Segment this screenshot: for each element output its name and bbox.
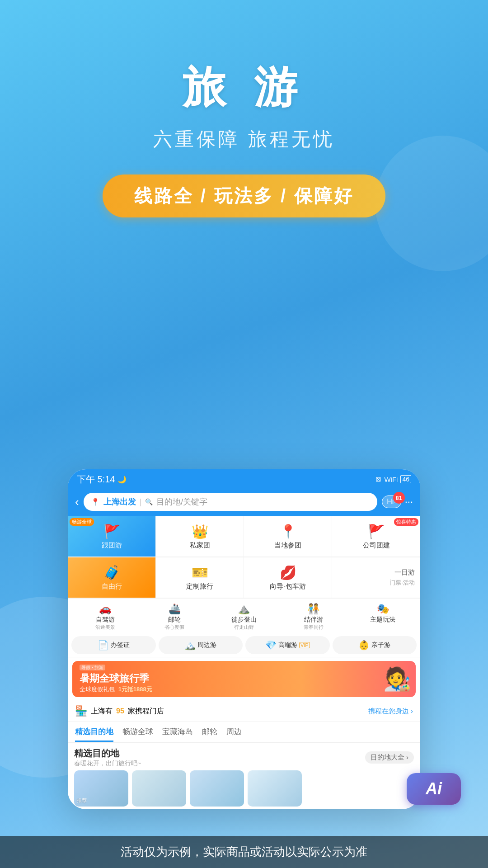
small-item-cruise[interactable]: 🚢 邮轮 省心度假 <box>141 603 209 631</box>
wifi-icon: WiFi <box>384 476 398 483</box>
grid-item-day-tour[interactable]: 一日游 门票·活动 <box>332 557 420 598</box>
grid-item-guide-tour[interactable]: 💋 向导·包车游 <box>244 557 332 598</box>
dest-card-4[interactable] <box>248 770 302 807</box>
small-sub-cruise: 省心度假 <box>164 624 184 631</box>
tab-cruise[interactable]: 邮轮 <box>202 726 217 742</box>
quick-link-family[interactable]: 👶 亲子游 <box>333 636 417 654</box>
dest-card-1[interactable]: 推荐 <box>74 770 128 807</box>
badge-惊喜特惠: 惊喜特惠 <box>394 518 418 526</box>
grid-label-guide-tour: 向导·包车游 <box>270 582 305 591</box>
dest-cards: 推荐 <box>74 770 414 807</box>
dest-header: 精选目的地 春暖花开，出门旅行吧~ 目的地大全 › <box>74 747 414 768</box>
dest-title: 精选目的地 <box>74 747 141 760</box>
notification-badge: 81 <box>393 492 405 504</box>
dest-subtitle: 春暖花开，出门旅行吧~ <box>74 760 141 768</box>
back-button[interactable]: ‹ <box>75 495 79 509</box>
quick-link-visa-label: 办签证 <box>111 641 130 649</box>
dest-card-3[interactable] <box>190 770 244 807</box>
promo-banner[interactable]: 暑假 • 旅游 暑期全球旅行季 全球度假礼包 1元抵1888元 🧑‍🎨 <box>72 661 416 697</box>
grid-label-free-tour: 自由行 <box>102 582 122 591</box>
dest-card-2[interactable] <box>132 770 186 807</box>
more-icon[interactable]: ··· <box>405 496 413 508</box>
disclaimer: 活动仅为示例，实际商品或活动以实际公示为准 <box>0 836 488 868</box>
grid-item-custom-tour[interactable]: 🎫 定制旅行 <box>156 557 244 598</box>
hero-badge[interactable]: 线路全 / 玩法多 / 保障好 <box>103 175 386 217</box>
small-item-self-drive[interactable]: 🚗 自驾游 沿途美景 <box>71 603 139 631</box>
search-input-area[interactable]: 📍 上海出发 | 🔍 目的地/关键字 <box>84 493 378 511</box>
phone-mockup: 下午 5:14 🌙 ⊠ WiFi 46 ‹ 📍 上海出发 | 🔍 目的地/关键字… <box>68 469 420 809</box>
small-items-grid: 🚗 自驾游 沿途美景 🚢 邮轮 省心度假 ⛰️ 徒步登山 行走山野 🧑‍🤝‍🧑 … <box>68 599 420 633</box>
grid-label-private-tour: 私家团 <box>190 541 210 550</box>
grid-item-private-tour[interactable]: 👑 私家团 <box>156 516 244 557</box>
small-label-cruise: 邮轮 <box>168 616 181 624</box>
quick-links: 📄 办签证 🏔️ 周边游 💎 高端游 VIP 👶 亲子游 <box>68 633 420 657</box>
store-icon: 🏪 <box>75 705 87 717</box>
grid-label-company-tour: 公司团建 <box>363 541 390 550</box>
search-dest: 目的地/关键字 <box>156 496 207 507</box>
grid-item-local-tour[interactable]: 📍 当地参团 <box>244 516 332 557</box>
store-prefix: 上海有 <box>91 707 113 716</box>
hero-title: 旅 游 <box>0 59 488 118</box>
quick-link-luxury-label: 高端游 <box>278 641 297 649</box>
tab-island[interactable]: 宝藏海岛 <box>162 726 193 742</box>
badge-畅游全球: 畅游全球 <box>70 518 94 526</box>
tabs-row: 精选目的地 畅游全球 宝藏海岛 邮轮 周边 <box>68 722 420 743</box>
grid-label-ticket: 门票·活动 <box>389 579 415 587</box>
small-label-hiking: 徒步登山 <box>231 616 257 624</box>
grid-label-day-tour: 一日游 <box>389 568 415 577</box>
hero-section: 旅 游 六重保障 旅程无忧 线路全 / 玩法多 / 保障好 <box>0 0 488 217</box>
quick-link-luxury[interactable]: 💎 高端游 VIP <box>245 636 330 654</box>
dest-link[interactable]: 目的地大全 › <box>365 751 414 764</box>
quick-link-family-label: 亲子游 <box>371 641 390 649</box>
store-count: 95 <box>116 707 124 715</box>
small-item-theme[interactable]: 🎭 主题玩法 <box>349 603 417 631</box>
banner-tags: 暑假 • 旅游 <box>80 665 105 670</box>
small-sub-partner-tour: 青春同行 <box>304 624 324 631</box>
small-sub-self-drive: 沿途美景 <box>95 624 115 631</box>
quick-link-nearby[interactable]: 🏔️ 周边游 <box>159 636 243 654</box>
banner-sub: 全球度假礼包 1元抵1888元 <box>80 685 152 693</box>
quick-link-visa[interactable]: 📄 办签证 <box>71 636 156 654</box>
vip-label: VIP <box>299 642 310 648</box>
small-item-partner-tour[interactable]: 🧑‍🤝‍🧑 结伴游 青春同行 <box>280 603 347 631</box>
small-label-partner-tour: 结伴游 <box>304 616 323 624</box>
grid-item-group-tour[interactable]: 畅游全球 🚩 跟团游 <box>68 516 156 557</box>
hero-subtitle: 六重保障 旅程无忧 <box>0 127 488 152</box>
banner-main: 暑期全球旅行季 <box>80 672 152 685</box>
dest-section: 精选目的地 春暖花开，出门旅行吧~ 目的地大全 › 推荐 <box>68 743 420 809</box>
grid-row-1: 畅游全球 🚩 跟团游 👑 私家团 📍 当地参团 惊喜特惠 🚩 公司团建 <box>68 516 420 557</box>
status-time: 下午 5:14 <box>77 473 115 486</box>
grid-label-group-tour: 跟团游 <box>102 541 122 550</box>
grid-row-2: 🧳 自由行 🎫 定制旅行 💋 向导·包车游 一日游 门票·活动 <box>68 557 420 599</box>
signal-icon: ⊠ <box>375 475 381 483</box>
store-link[interactable]: 携程在您身边 › <box>368 707 413 716</box>
status-icons: ⊠ WiFi 46 <box>375 475 411 483</box>
tab-featured-dest[interactable]: 精选目的地 <box>75 726 113 742</box>
search-actions: Hi- 81 ··· <box>382 495 413 508</box>
quick-link-nearby-label: 周边游 <box>197 641 216 649</box>
battery-icon: 46 <box>400 475 411 483</box>
ai-button[interactable]: Ai <box>407 773 461 805</box>
tab-world-tour[interactable]: 畅游全球 <box>122 726 153 742</box>
moon-icon: 🌙 <box>117 475 127 484</box>
grid-item-free-tour[interactable]: 🧳 自由行 <box>68 557 156 598</box>
small-sub-hiking: 行走山野 <box>234 624 254 631</box>
ai-section: Ai <box>407 773 461 805</box>
grid-label-custom-tour: 定制旅行 <box>186 582 213 591</box>
tab-nearby[interactable]: 周边 <box>226 726 242 742</box>
store-info: 🏪 上海有 95 家携程门店 <box>75 705 164 717</box>
search-divider: | <box>140 497 142 507</box>
search-origin: 上海出发 <box>103 496 136 507</box>
small-label-self-drive: 自驾游 <box>96 616 115 624</box>
grid-item-company-tour[interactable]: 惊喜特惠 🚩 公司团建 <box>332 516 420 557</box>
grid-label-local-tour: 当地参团 <box>274 541 301 550</box>
store-row: 🏪 上海有 95 家携程门店 携程在您身边 › <box>68 701 420 722</box>
status-bar: 下午 5:14 🌙 ⊠ WiFi 46 <box>68 469 420 489</box>
small-item-hiking[interactable]: ⛰️ 徒步登山 行走山野 <box>210 603 278 631</box>
banner-illustration: 🧑‍🎨 <box>383 661 411 697</box>
store-suffix: 家携程门店 <box>128 707 164 716</box>
small-label-theme: 主题玩法 <box>370 616 395 624</box>
search-bar: ‹ 📍 上海出发 | 🔍 目的地/关键字 Hi- 81 ··· <box>68 489 420 516</box>
